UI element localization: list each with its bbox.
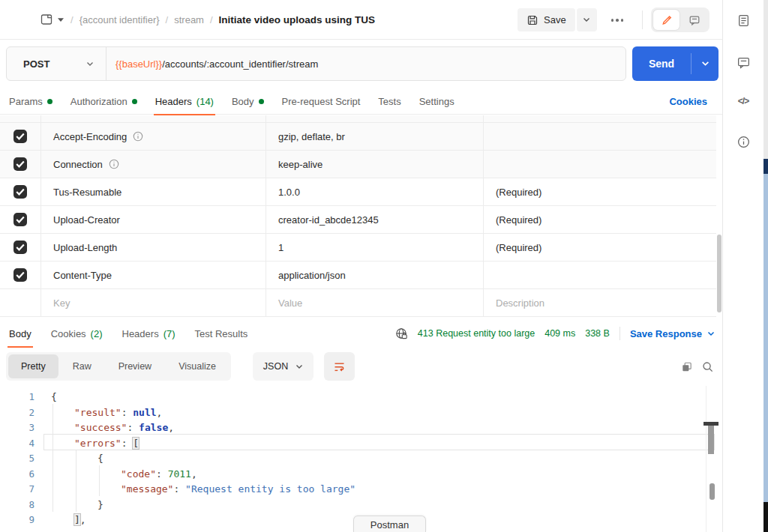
- more-actions-button[interactable]: [604, 12, 630, 28]
- code-token: ,: [157, 407, 163, 418]
- search-button[interactable]: [700, 359, 715, 374]
- comments-panel-button[interactable]: [734, 52, 753, 72]
- header-key-cell[interactable]: Content-Type: [41, 262, 266, 288]
- view-mode-preview[interactable]: Preview: [106, 354, 164, 378]
- header-value-cell[interactable]: 1.0.0: [266, 178, 484, 205]
- view-mode-pretty[interactable]: Pretty: [8, 354, 58, 378]
- tab-body[interactable]: Body: [232, 88, 264, 115]
- header-description-cell[interactable]: (Required): [484, 178, 716, 205]
- info-icon-wrap[interactable]: [133, 131, 143, 142]
- breadcrumb: / {account identifier} / stream / Initia…: [0, 13, 375, 26]
- header-description-cell[interactable]: [484, 123, 716, 150]
- url-input[interactable]: {{baseUrl}}/accounts/:account_identifier…: [106, 58, 318, 70]
- comments-button[interactable]: [681, 10, 707, 30]
- response-size[interactable]: 338 B: [585, 328, 610, 339]
- header-checkbox[interactable]: [14, 157, 27, 171]
- method-select[interactable]: POST: [7, 58, 106, 70]
- documentation-button[interactable]: [734, 10, 753, 30]
- header-description-cell[interactable]: [484, 262, 716, 288]
- new-header-description-input[interactable]: Description: [484, 289, 716, 316]
- table-scrollbar[interactable]: [717, 235, 722, 312]
- status-divider: [620, 327, 620, 340]
- save-options-button[interactable]: [577, 8, 597, 31]
- header-key-cell[interactable]: Connection: [41, 151, 266, 178]
- new-header-key-input[interactable]: Key: [41, 289, 266, 316]
- header-description-cell[interactable]: [484, 151, 716, 178]
- info-icon: [736, 135, 751, 149]
- save-button[interactable]: Save: [518, 8, 575, 31]
- code-token: {: [98, 453, 104, 464]
- checkbox-cell: [0, 123, 41, 150]
- info-icon-wrap[interactable]: [109, 159, 119, 169]
- tab-tests[interactable]: Tests: [378, 88, 400, 115]
- response-tab-headers[interactable]: Headers(7): [122, 321, 176, 347]
- send-options-button[interactable]: [692, 46, 718, 81]
- response-scrollbar[interactable]: [710, 483, 715, 500]
- collection-chevron-icon[interactable]: [57, 17, 64, 22]
- cookies-link[interactable]: Cookies: [669, 88, 707, 115]
- documentation-icon: [736, 13, 751, 28]
- checkbox-cell: [0, 178, 41, 205]
- header-checkbox[interactable]: [14, 268, 27, 282]
- headers-table: Accept-Encodinggzip, deflate, brConnecti…: [0, 115, 716, 317]
- checkbox-cell: [0, 262, 41, 288]
- tab-label: Body: [9, 328, 32, 339]
- header-value-cell[interactable]: application/json: [266, 262, 484, 288]
- response-tab-test-results[interactable]: Test Results: [195, 321, 248, 347]
- response-time[interactable]: 409 ms: [544, 328, 575, 339]
- check-icon: [16, 216, 25, 223]
- status-code[interactable]: 413 Request entity too large: [418, 328, 535, 339]
- header-value-cell[interactable]: keep-alive: [266, 151, 484, 178]
- url-path: /accounts/:account_identifier/stream: [162, 58, 318, 70]
- header-value-cell[interactable]: 1: [266, 234, 484, 261]
- header-value-cell[interactable]: gzip, deflate, br: [266, 123, 484, 150]
- tab-params[interactable]: Params: [9, 88, 52, 115]
- info-button[interactable]: [734, 132, 753, 151]
- view-mode-visualize[interactable]: Visualize: [166, 354, 229, 378]
- code-token: null: [133, 407, 156, 418]
- response-tab-cookies[interactable]: Cookies(2): [51, 321, 103, 347]
- breadcrumb-separator: /: [70, 14, 74, 25]
- wrap-text-button[interactable]: [324, 352, 355, 381]
- tab-headers[interactable]: Headers(14): [155, 88, 214, 115]
- breadcrumb-item-account[interactable]: {account identifier}: [80, 14, 160, 25]
- copy-button[interactable]: [679, 359, 694, 374]
- code-line: 4"errors": [: [0, 435, 716, 451]
- header-checkbox[interactable]: [14, 241, 27, 254]
- url-bar: POST {{baseUrl}}/accounts/:account_ident…: [6, 46, 626, 81]
- response-body-editor[interactable]: 1{2"result": null,3"success": false,4"er…: [0, 386, 716, 532]
- header-description-cell[interactable]: (Required): [484, 206, 716, 233]
- network-globe-lock-icon[interactable]: [395, 327, 408, 340]
- header-description-cell[interactable]: (Required): [484, 234, 716, 261]
- tab-label: Cookies: [51, 328, 86, 339]
- request-tab-icon[interactable]: [40, 13, 53, 26]
- header-checkbox[interactable]: [14, 213, 27, 226]
- header-value-text: application/json: [278, 270, 346, 281]
- tab-pre-request-script[interactable]: Pre-request Script: [282, 88, 361, 115]
- header-key-text: Accept-Encoding: [53, 131, 127, 142]
- response-tab-body[interactable]: Body: [9, 321, 32, 347]
- send-button[interactable]: Send: [632, 46, 691, 81]
- edit-mode-button[interactable]: [653, 10, 680, 30]
- header-key-cell[interactable]: Tus-Resumable: [41, 178, 266, 205]
- header-value-cell[interactable]: creator-id_abcde12345: [266, 206, 484, 233]
- header-key-cell[interactable]: Upload-Length: [41, 234, 266, 261]
- header-key-cell[interactable]: Accept-Encoding: [41, 123, 266, 150]
- header-checkbox[interactable]: [14, 130, 27, 143]
- header-checkbox[interactable]: [14, 185, 27, 199]
- view-mode-raw[interactable]: Raw: [60, 354, 104, 378]
- format-select[interactable]: JSON: [253, 352, 314, 381]
- tab-label: Authorization: [70, 96, 128, 107]
- search-icon: [701, 360, 714, 373]
- save-response-label: Save Response: [630, 328, 702, 339]
- code-snippet-button[interactable]: </>: [734, 91, 753, 111]
- tab-authorization[interactable]: Authorization: [70, 88, 137, 115]
- tab-settings[interactable]: Settings: [419, 88, 454, 115]
- editor-scrollbar[interactable]: [708, 426, 714, 454]
- breadcrumb-item-stream[interactable]: stream: [174, 14, 204, 25]
- header-key-cell[interactable]: Upload-Creator: [41, 206, 266, 233]
- header-value-text: keep-alive: [278, 159, 322, 170]
- new-header-value-input[interactable]: Value: [266, 289, 484, 316]
- code-token: :: [122, 407, 134, 418]
- save-response-button[interactable]: Save Response: [630, 328, 715, 339]
